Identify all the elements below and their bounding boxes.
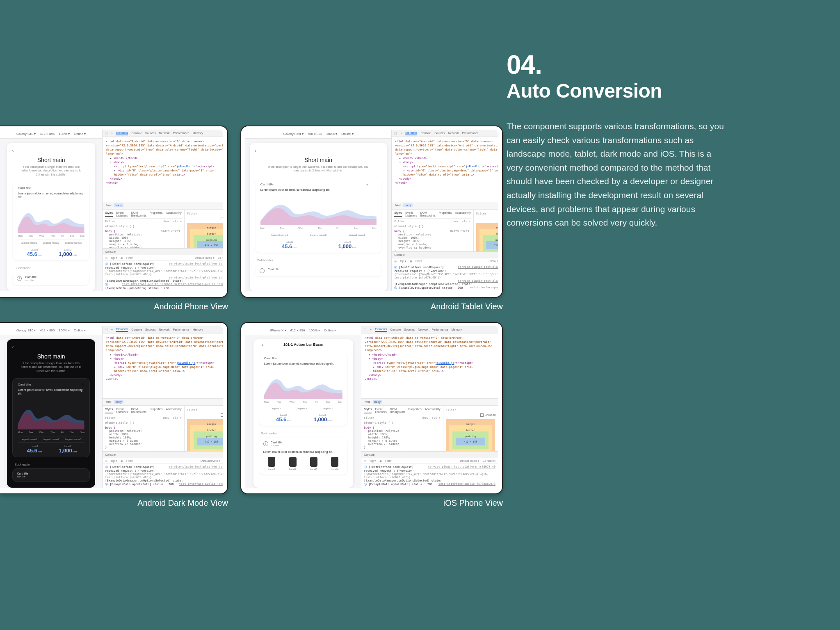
ios-frame: ‹ 101-1 Action bar Basic Card title Lore… [253, 339, 353, 488]
tab-console[interactable]: Console [131, 132, 142, 135]
info-icon: i [260, 268, 265, 273]
phone-frame: ‹ Short main If the description is longe… [7, 143, 95, 291]
chart-legend: Legend name1Legend name2Legend name3 [18, 240, 84, 246]
ios-title: 101-1 Action bar Basic [283, 342, 323, 347]
device-toolbar[interactable]: Galaxy Fold ▾ 768 × 833 100% ▾ Online ▾ [245, 130, 391, 139]
preview-pane: iPhone X ▾412 × 896100% ▾Online ▾ ‹ 101-… [245, 326, 361, 488]
back-icon[interactable]: ‹ [12, 344, 14, 350]
caption: iOS Phone View [240, 498, 503, 508]
shot-ios-phone: iPhone X ▾412 × 896100% ▾Online ▾ ‹ 101-… [240, 322, 503, 508]
caption: Android Dark Mode View [0, 498, 228, 508]
device-dims: 412 × 896 [40, 132, 55, 136]
breadcrumb[interactable]: htmlbody [103, 202, 223, 209]
phone-frame-dark: ‹ Short main If the description is longe… [7, 339, 95, 488]
box-model: marginborderpadding412 × 158 [187, 223, 223, 248]
back-icon[interactable]: ‹ [12, 148, 14, 153]
card-menu-icon[interactable]: ⋮ [81, 383, 85, 387]
page-title: Short main [13, 157, 89, 163]
ios-option[interactable]: Label4 [326, 457, 343, 470]
card-title: Card title [18, 186, 84, 190]
back-icon[interactable]: ‹ [255, 148, 256, 153]
subheader: Subheader [14, 266, 89, 270]
card-lorem: Lorem ipsum dolor sit amet, consectetur … [18, 192, 84, 199]
ios-option[interactable]: Label3 [305, 457, 322, 470]
ios-option[interactable]: Label1 [263, 457, 280, 470]
card-menu-icon[interactable]: ● ⋮ [366, 183, 377, 187]
tab-elements[interactable]: Elements [116, 131, 128, 135]
network-select[interactable]: Online ▾ [74, 132, 86, 136]
tab-performance[interactable]: Performance [173, 132, 189, 135]
console-drawer[interactable]: Console ◎top ▾◉FilterDefault levels ▾34 … [103, 248, 223, 291]
info-icon: i [17, 276, 22, 281]
area-chart [18, 203, 84, 233]
device-toolbar[interactable]: Galaxy S10 ▾ 412 × 896 100% ▾ Online ▾ [0, 130, 102, 139]
elements-tree[interactable]: <html data-os="Android" data-os-version=… [103, 137, 223, 202]
caption: Android Tablet View [240, 302, 503, 311]
back-icon[interactable]: ‹ [262, 342, 263, 347]
zoom-select[interactable]: 100% ▾ [326, 132, 337, 136]
section-title: Auto Conversion [507, 80, 773, 102]
network-select[interactable]: Online ▾ [341, 132, 353, 136]
device-select[interactable]: Galaxy S10 ▾ [16, 132, 36, 136]
device-select[interactable]: Galaxy Fold ▾ [283, 132, 304, 136]
preview-pane: Galaxy S10 ▾412 × 896100% ▾Online ▾ ‹ Sh… [0, 326, 103, 488]
shot-android-phone: Galaxy S10 ▾ 412 × 896 100% ▾ Online ▾ ‹… [0, 126, 228, 311]
ios-option[interactable]: Label2 [284, 457, 301, 470]
tab-network[interactable]: Network [159, 132, 170, 135]
chart-card: Card title ⋮ Lorem ipsum dolor sit amet,… [13, 182, 89, 260]
computed-panel[interactable]: Filter Show all marginborderpadding412 ×… [184, 210, 223, 248]
caption: Android Phone View [0, 302, 228, 311]
preview-pane: Galaxy S10 ▾ 412 × 896 100% ▾ Online ▾ ‹… [0, 130, 103, 291]
screenshot-grid: Galaxy S10 ▾ 412 × 896 100% ▾ Online ▾ ‹… [0, 126, 503, 508]
styles-panel[interactable]: Styles Event Listeners DOM Breakpoints P… [103, 210, 184, 248]
devtools-tabs[interactable]: ⬚⌖ Elements Console Sources Network Perf… [103, 130, 223, 137]
devtools-pane: ⬚⌖ ElementsConsoleSourcesNetworkPerforma… [392, 130, 498, 291]
ios-nav-bar: ‹ 101-1 Action bar Basic [257, 340, 350, 349]
page-subtitle: If the description is longer than two li… [267, 165, 370, 173]
section-body: The component supports various transform… [507, 119, 724, 230]
shot-android-tablet: Galaxy Fold ▾ 768 × 833 100% ▾ Online ▾ … [240, 126, 503, 311]
tab-sources[interactable]: Sources [145, 132, 156, 135]
preview-pane: Galaxy Fold ▾ 768 × 833 100% ▾ Online ▾ … [245, 130, 392, 291]
ios-icon-row: Label1 Label2 Label3 Label4 [263, 457, 343, 470]
device-dims: 768 × 833 [308, 132, 322, 136]
devtools-pane: ⬚⌖ Elements Console Sources Network Perf… [103, 130, 223, 291]
mini-card[interactable]: i Card titlesub title [13, 272, 89, 285]
tablet-frame: ‹ Short main If the description is longe… [250, 143, 387, 291]
section-number: 04. [507, 52, 773, 78]
info-icon: i [263, 441, 268, 446]
page-title: Short main [256, 157, 381, 163]
card-menu-icon[interactable]: ⋮ [81, 186, 85, 190]
page-subtitle: If the description is longer than two li… [20, 165, 82, 176]
chart-stats: Label145.6kwh Label21,000kwh [18, 249, 84, 257]
chart-x-axis: MonTueWedThuFriSatSun [18, 235, 84, 237]
chart-card: Card title ● ⋮ Lorem ipsum dolor sit ame… [256, 178, 381, 253]
shot-android-dark: Galaxy S10 ▾412 × 896100% ▾Online ▾ ‹ Sh… [0, 322, 228, 508]
zoom-select[interactable]: 100% ▾ [59, 132, 70, 136]
tab-memory[interactable]: Memory [193, 132, 203, 135]
mini-card[interactable]: i Card title [256, 265, 381, 276]
